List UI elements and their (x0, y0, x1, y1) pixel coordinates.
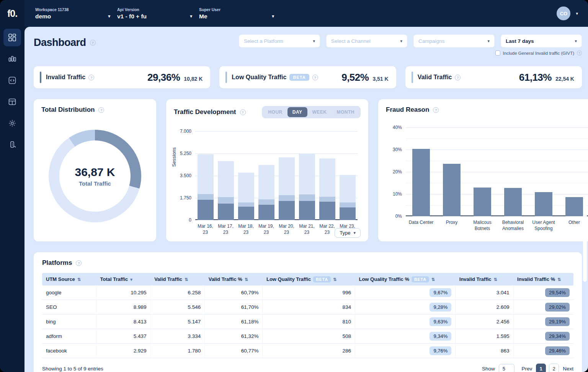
bar-fill (474, 188, 491, 216)
cell-invalid_pct: 29,34% (513, 329, 573, 344)
column-header-valid-traffic[interactable]: Valid Traffic⇅ (150, 273, 205, 286)
chevron-down-icon: ▾ (313, 39, 315, 44)
column-header-low-quality-traffic--[interactable]: Low Quality Traffic %BETA⇅ (355, 273, 455, 286)
help-icon[interactable]: ? (90, 40, 96, 46)
help-icon[interactable]: ? (455, 75, 461, 80)
tab-month[interactable]: MONTH (332, 107, 360, 117)
cell-invalid_pct: 29,02% (513, 300, 573, 315)
sidebar-item-audit[interactable] (3, 136, 21, 153)
help-icon[interactable]: ? (88, 75, 94, 80)
stacked-bar-mar20[interactable] (279, 157, 295, 220)
stacked-bar-mar22[interactable] (319, 158, 335, 220)
platform-select[interactable]: Select a Platform ▾ (239, 34, 320, 47)
help-icon[interactable]: ? (577, 51, 582, 55)
table-row-adform[interactable]: adform5.4373.33461,32%5089,34%1.59529,34… (42, 329, 573, 344)
sidebar-item-settings[interactable] (3, 114, 21, 132)
chevron-down-icon: ▾ (272, 14, 274, 19)
sort-icon: ⇅ (494, 277, 497, 282)
channel-select[interactable]: Select a Channel ▾ (326, 34, 407, 47)
app-window: f0. (0, 0, 588, 372)
cell-total: 10.295 (96, 286, 151, 300)
bar-proxy[interactable] (443, 164, 461, 216)
super-user-dropdown[interactable]: Super User Me▾ (199, 7, 274, 20)
invalid-pct-badge: 29,46% (545, 346, 570, 355)
stacked-bar-mar23[interactable] (340, 175, 356, 220)
bar-other[interactable] (565, 197, 583, 216)
cell-total: 8.989 (96, 300, 151, 315)
stacked-bar-mar17[interactable] (218, 161, 234, 220)
cell-valid_pct: 60,79% (205, 286, 263, 300)
stacked-bar-mar16[interactable] (198, 154, 214, 220)
api-version-label: Api Version (117, 7, 192, 12)
page-size-select[interactable]: 5 ▾ (499, 364, 515, 372)
avatar[interactable]: CO (557, 7, 570, 20)
sidebar-item-integration-code[interactable] (3, 72, 21, 89)
low-quality-pct-badge: 9,63% (430, 317, 451, 326)
stacked-bar-mar21[interactable] (299, 153, 315, 220)
table-row-SEO[interactable]: SEO8.9895.54661,70%8349,28%2.60929,02% (42, 300, 573, 315)
bar-segment-valid (319, 158, 335, 196)
x-tick-label: Behavioral Anomalies (498, 219, 528, 232)
prev-button[interactable]: Prev (521, 366, 532, 372)
givt-label: Include General Invalid traffic (GIVT) (503, 51, 574, 55)
bar-behavioral-anomalies[interactable] (504, 188, 522, 216)
campaigns-select[interactable]: Campaigns ▾ (413, 34, 495, 47)
help-icon[interactable]: ? (240, 109, 246, 115)
stacked-bar-mar18[interactable] (238, 173, 254, 220)
help-icon[interactable]: ? (76, 260, 82, 266)
workspace-value: demo (35, 13, 51, 20)
help-icon[interactable]: ? (98, 107, 104, 113)
accent-bar (40, 72, 41, 83)
cell-utm: SEO (42, 300, 96, 315)
page-button-1[interactable]: 1 (536, 364, 546, 372)
bar-malicous-botnets[interactable] (474, 188, 491, 216)
bar-data-center[interactable] (412, 149, 430, 216)
api-version-dropdown[interactable]: Api Version v1 - f0 + fu▾ (117, 7, 192, 20)
code-icon (8, 76, 16, 85)
workspace-dropdown[interactable]: Workspace 11738 demo▾ (35, 7, 110, 20)
tab-week[interactable]: WEEK (307, 107, 332, 117)
chevron-down-icon[interactable]: ▾ (576, 11, 578, 16)
total-traffic-label: Total Traffic (79, 180, 111, 187)
column-header-invalid-traffic[interactable]: Invalid Traffic⇅ (456, 273, 513, 286)
stacked-bar-mar19[interactable] (258, 165, 274, 220)
low-quality-pct-badge: 9,67% (430, 288, 451, 297)
date-range-value: Last 7 days (506, 38, 534, 44)
x-tick-label: Mar 19,23 (256, 223, 276, 235)
x-tick-label: User Agent Spoofing (528, 219, 559, 232)
sidebar-item-analytics[interactable] (3, 50, 21, 68)
bar-segment-low-quality (340, 202, 356, 207)
tab-hour[interactable]: HOUR (263, 107, 287, 117)
sidebar-item-dashboard[interactable] (3, 29, 21, 46)
cell-valid_pct: 61,70% (205, 300, 263, 315)
cell-valid: 3.334 (150, 329, 205, 344)
kpi-percent: 61,13% (519, 72, 552, 83)
next-button[interactable]: Next (563, 366, 573, 372)
column-header-invalid-traffic--[interactable]: Invalid Traffic %⇅ (513, 273, 573, 286)
bar-user-agent-spoofing[interactable] (535, 192, 552, 216)
column-header-utm-source[interactable]: UTM Source⇅ (42, 273, 96, 286)
tab-day[interactable]: DAY (287, 107, 307, 117)
beta-badge: BETA (412, 276, 429, 282)
givt-checkbox[interactable] (495, 51, 500, 55)
accent-bar (225, 72, 227, 83)
bar-segment-low-quality (218, 197, 234, 204)
table-row-facebook[interactable]: facebook2.9291.78060,77%2869,76%86329,46… (42, 344, 573, 358)
column-header-total-traffic[interactable]: Total Traffic▾ (96, 273, 151, 286)
table-row-google[interactable]: google10.2956.25860,79%9969,67%3.04129,5… (42, 286, 573, 300)
type-dropdown[interactable]: Type ▾ (335, 228, 361, 238)
invalid-pct-badge: 29,34% (545, 332, 570, 341)
column-header-valid-traffic--[interactable]: Valid Traffic %⇅ (205, 273, 263, 286)
help-icon[interactable]: ? (433, 107, 439, 113)
page-button-2[interactable]: 2 (549, 364, 559, 372)
scrollbar-thumb[interactable] (583, 195, 587, 282)
date-range-select[interactable]: Last 7 days ▾ (501, 34, 582, 47)
help-icon[interactable]: ? (312, 75, 318, 80)
kpi-row: Invalid Traffic ? 29,36%10,82 K Low Qual… (34, 66, 582, 88)
card-title: Total Distribution (41, 106, 95, 114)
sidebar-item-reports[interactable] (3, 93, 21, 111)
column-header-low-quality-traffic[interactable]: Low Quality TrafficBETA⇅ (263, 273, 355, 286)
cell-invalid: 2.609 (456, 300, 513, 315)
chevron-down-icon: ▾ (509, 366, 511, 371)
table-row-bing[interactable]: bing8.4135.14761,18%8109,63%2.45629,19% (42, 315, 573, 329)
